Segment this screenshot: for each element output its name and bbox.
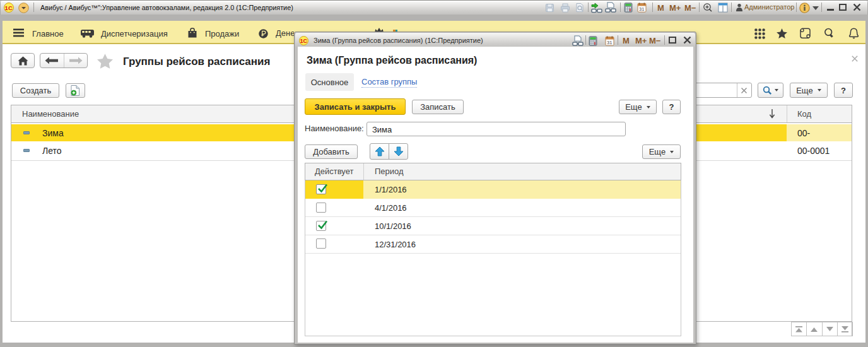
svg-text:31: 31 [607, 40, 612, 45]
svg-text:1С: 1С [300, 38, 308, 44]
svg-text:31: 31 [639, 6, 644, 12]
svg-text:1С: 1С [5, 4, 13, 11]
